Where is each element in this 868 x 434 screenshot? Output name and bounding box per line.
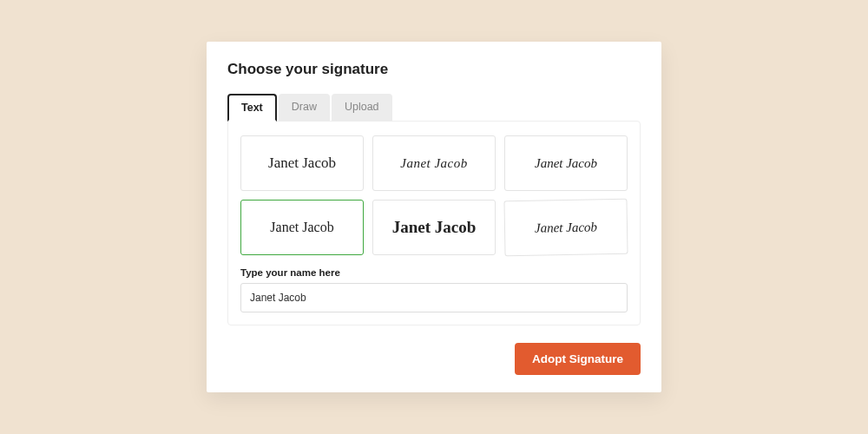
signature-option-1[interactable]: Janet Jacob	[372, 135, 496, 191]
name-input[interactable]	[240, 283, 628, 312]
signature-grid: Janet Jacob Janet Jacob Janet Jacob Jane…	[240, 135, 628, 255]
modal-footer: Adopt Signature	[227, 343, 641, 375]
tab-panel-text: Janet Jacob Janet Jacob Janet Jacob Jane…	[227, 121, 641, 326]
signature-option-0[interactable]: Janet Jacob	[240, 135, 364, 191]
signature-modal: Choose your signature Text Draw Upload J…	[207, 42, 661, 392]
signature-option-3[interactable]: Janet Jacob	[240, 200, 364, 255]
signature-option-2[interactable]: Janet Jacob	[504, 135, 628, 191]
signature-option-4[interactable]: Janet Jacob	[372, 200, 496, 255]
tab-draw[interactable]: Draw	[279, 94, 330, 122]
tabs: Text Draw Upload	[227, 94, 641, 122]
modal-title: Choose your signature	[227, 61, 641, 78]
signature-option-5[interactable]: Janet Jacob	[503, 199, 628, 256]
name-input-label: Type your name here	[240, 267, 628, 278]
adopt-signature-button[interactable]: Adopt Signature	[515, 343, 641, 375]
tab-text[interactable]: Text	[227, 94, 277, 122]
tab-upload[interactable]: Upload	[332, 94, 392, 122]
